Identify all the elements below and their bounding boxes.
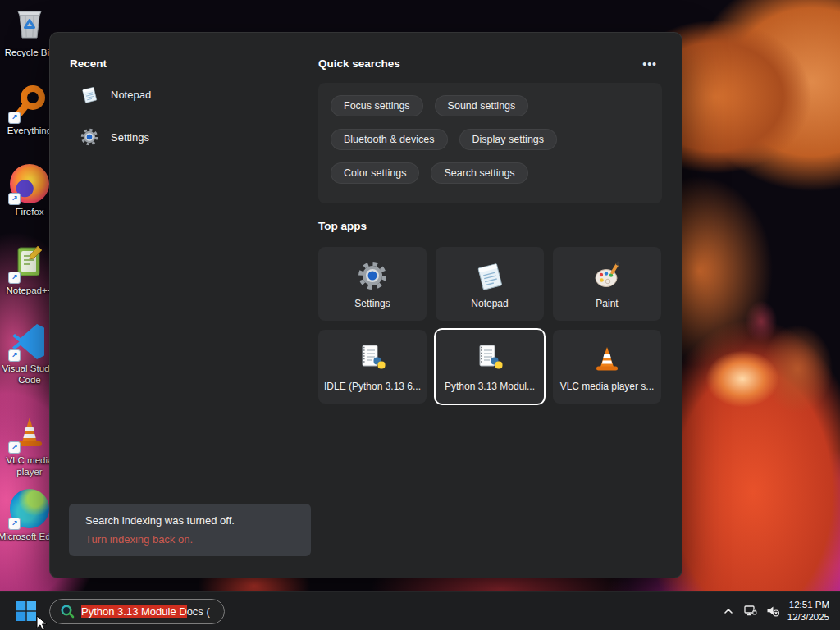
notepad-plus-plus-icon: ↗: [10, 243, 49, 282]
more-options-icon[interactable]: •••: [637, 58, 662, 70]
windows-logo-icon: [16, 600, 37, 622]
shortcut-arrow-icon: ↗: [8, 193, 21, 205]
recent-item-notepad[interactable]: Notepad: [70, 76, 299, 112]
recent-item-settings[interactable]: Settings: [70, 119, 299, 155]
paint-palette-icon: [591, 259, 623, 292]
system-tray: 12:51 PM 12/3/2025: [721, 599, 840, 623]
tile-python-module-docs[interactable]: Python 3.13 Modul...: [436, 330, 544, 404]
shortcut-arrow-icon: ↗: [8, 272, 21, 284]
recent-section: Recent Notepad: [70, 57, 299, 155]
tile-settings[interactable]: Settings: [318, 247, 427, 321]
quick-searches-heading: Quick searches: [318, 57, 400, 70]
network-ethernet-icon[interactable]: [743, 604, 758, 619]
windows-desktop: Recycle Bin ↗ Everything ↗ Firefox ↗: [0, 0, 840, 630]
taskbar-clock[interactable]: 12:51 PM 12/3/2025: [788, 599, 829, 623]
shortcut-arrow-icon: ↗: [8, 112, 21, 124]
search-flyout-panel: Recent Notepad: [49, 32, 682, 578]
search-query-text: Python 3.13 Module Docs (: [81, 605, 210, 618]
recent-item-label: Settings: [111, 131, 149, 144]
taskbar-search-input[interactable]: Python 3.13 Module Docs (: [49, 599, 225, 624]
clock-time: 12:51 PM: [788, 599, 829, 611]
tray-overflow-chevron-icon[interactable]: [721, 604, 736, 619]
tile-label: Notepad: [471, 298, 508, 309]
tile-label: Paint: [596, 298, 618, 309]
gear-icon: [356, 259, 389, 292]
recent-heading: Recent: [70, 57, 299, 70]
top-apps-grid: Settings Notepad: [318, 247, 661, 404]
search-icon: [60, 604, 75, 619]
gear-icon: [80, 127, 99, 147]
quick-searches-header: Quick searches •••: [318, 57, 662, 70]
shortcut-arrow-icon: ↗: [8, 518, 21, 530]
vlc-icon: ↗: [10, 413, 49, 452]
shortcut-arrow-icon: ↗: [8, 349, 21, 362]
indexing-notice: Search indexing was turned off. Turn ind…: [69, 504, 311, 556]
notepad-icon: [80, 84, 99, 104]
selected-query-text: Python 3.13 Module D: [81, 605, 187, 618]
tile-paint[interactable]: Paint: [553, 247, 661, 321]
vscode-icon: ↗: [10, 321, 49, 360]
quick-search-pill[interactable]: Search settings: [431, 162, 527, 184]
unselected-query-text: ocs (: [187, 605, 210, 618]
quick-search-pill[interactable]: Sound settings: [435, 95, 529, 116]
indexing-notice-text: Search indexing was turned off.: [85, 514, 294, 527]
tile-label: Python 3.13 Modul...: [445, 381, 535, 392]
tile-label: Settings: [354, 298, 390, 309]
python-document-icon: [473, 342, 506, 375]
tile-label: IDLE (Python 3.13 6...: [324, 381, 421, 392]
shortcut-arrow-icon: ↗: [8, 441, 21, 454]
quick-searches-box: Focus settings Sound settings Bluetooth …: [318, 83, 662, 203]
edge-icon: ↗: [10, 489, 49, 528]
quick-search-pill[interactable]: Bluetooth & devices: [331, 129, 448, 150]
top-apps-heading: Top apps: [318, 220, 367, 232]
clock-date: 12/3/2025: [788, 611, 829, 623]
tile-label: VLC media player s...: [560, 381, 655, 392]
quick-search-pill[interactable]: Focus settings: [331, 95, 423, 116]
quick-search-pill[interactable]: Display settings: [459, 129, 558, 150]
everything-icon: ↗: [10, 83, 49, 122]
turn-indexing-on-link[interactable]: Turn indexing back on.: [85, 533, 294, 546]
tile-vlc-skinned[interactable]: VLC media player s...: [553, 330, 661, 404]
taskbar: Python 3.13 Module Docs (: [0, 591, 840, 630]
vlc-cone-icon: [591, 342, 623, 375]
firefox-icon: ↗: [10, 164, 49, 203]
recycle-bin-icon: [10, 5, 49, 44]
volume-muted-icon[interactable]: [765, 604, 780, 619]
tile-idle-python[interactable]: IDLE (Python 3.13 6...: [318, 330, 427, 404]
tile-notepad[interactable]: Notepad: [436, 247, 544, 321]
quick-search-pill[interactable]: Color settings: [331, 162, 419, 184]
notepad-icon: [473, 259, 506, 292]
python-document-icon: [356, 342, 389, 375]
mouse-cursor: [36, 615, 51, 630]
recent-item-label: Notepad: [111, 89, 151, 101]
